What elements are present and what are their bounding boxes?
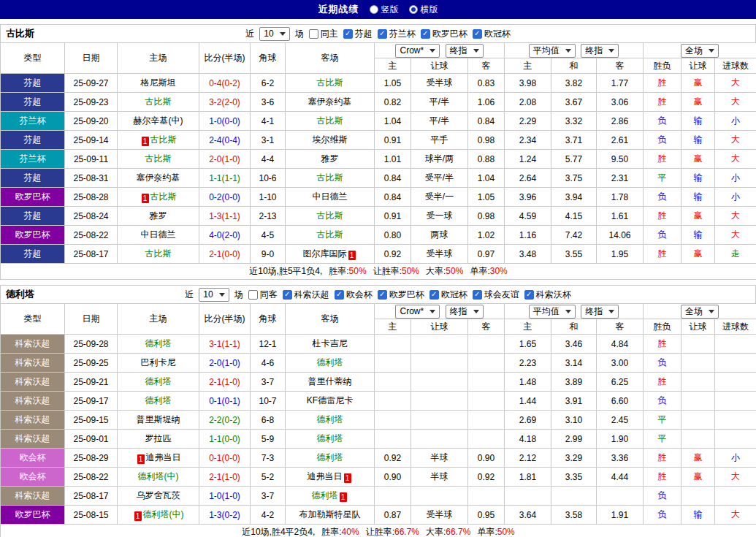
odds-away xyxy=(468,487,505,506)
corner-score: 4-4 xyxy=(251,150,286,169)
away-team-name[interactable]: 埃尔维斯 xyxy=(313,134,348,145)
average-select[interactable]: 平均值 xyxy=(529,44,576,58)
final-odds-select[interactable]: 终指 xyxy=(446,305,484,319)
table-row: 芬超25-08-17古比斯2-1(0-0)9-0图尔库国际10.92受半球0.9… xyxy=(1,245,756,264)
league-checkbox[interactable]: ✓欧会杯 xyxy=(335,289,373,301)
league-badge: 科索沃超 xyxy=(1,392,65,411)
away-team-name[interactable]: 塞伊奈约基 xyxy=(308,96,352,107)
checkbox-icon[interactable] xyxy=(248,290,258,300)
away-team-cell: 德利塔 xyxy=(286,354,375,373)
home-team-name[interactable]: 赫尔辛基(中) xyxy=(134,115,183,126)
checkbox-icon[interactable]: ✓ xyxy=(378,29,387,39)
away-team-name[interactable]: 古比斯 xyxy=(317,229,343,240)
home-team-name[interactable]: 古比斯 xyxy=(145,153,172,164)
home-team-name[interactable]: 德利塔 xyxy=(145,376,172,386)
away-team-name[interactable]: 古比斯 xyxy=(317,77,343,88)
checkbox-icon[interactable]: ✓ xyxy=(378,290,387,300)
same-venue-checkbox[interactable]: 同客 xyxy=(248,289,278,301)
home-team-name[interactable]: 塞伊奈约基 xyxy=(137,172,180,183)
league-checkbox[interactable]: ✓欧罗巴杯 xyxy=(378,289,424,301)
radio-unselected-icon[interactable] xyxy=(370,5,378,14)
layout-radio-horizontal[interactable]: 横版 xyxy=(409,4,438,16)
away-team-name[interactable]: 古比斯 xyxy=(317,172,343,183)
home-team-name[interactable]: 古比斯 xyxy=(150,134,177,145)
league-checkbox[interactable]: ✓芬超 xyxy=(343,28,373,40)
away-team-name[interactable]: 德利塔 xyxy=(312,490,338,500)
checkbox-icon[interactable]: ✓ xyxy=(343,29,353,39)
section-filter-bar: 古比斯 近10场同主✓芬超✓芬兰杯✓欧罗巴杯✓欧冠杯 xyxy=(0,24,756,42)
col-avg-home: 主 xyxy=(505,58,551,74)
final-odds-select[interactable]: 终指 xyxy=(446,44,484,58)
odds-away: 0.88 xyxy=(468,150,505,169)
away-team-name[interactable]: 德利塔 xyxy=(317,433,343,443)
league-checkbox-label: 欧罗巴杯 xyxy=(389,289,424,301)
home-team-name[interactable]: 德利塔(中) xyxy=(143,509,184,519)
avg-draw-odds: 3.46 xyxy=(551,335,597,354)
avg-final-odds-select[interactable]: 终指 xyxy=(581,44,619,58)
match-count-select[interactable]: 10 xyxy=(259,27,289,41)
home-team-name[interactable]: 迪弗当日 xyxy=(146,452,181,462)
table-row: 欧罗巴杯25-08-151德利塔(中)1-3(0-2)4-2布加勒斯特星队0.8… xyxy=(1,506,756,525)
away-team-name[interactable]: 古比斯 xyxy=(317,210,343,221)
home-team-name[interactable]: 乌罗舍瓦茨 xyxy=(137,490,180,500)
chevron-down-icon xyxy=(608,310,614,313)
home-team-name[interactable]: 普里斯堤纳 xyxy=(137,414,180,424)
home-team-name[interactable]: 德利塔 xyxy=(145,395,172,405)
checkbox-icon[interactable]: ✓ xyxy=(335,290,344,300)
avg-home-odds: 1.65 xyxy=(505,335,551,354)
scope-select[interactable]: 全场 xyxy=(681,305,719,319)
league-checkbox[interactable]: ✓科索沃杯 xyxy=(524,289,571,301)
home-team-name[interactable]: 格尼斯坦 xyxy=(141,77,176,88)
handicap-result-cell: 赢 xyxy=(681,74,715,93)
bookmaker-select-value: Crow* xyxy=(400,45,424,56)
home-team-name[interactable]: 巴利卡尼 xyxy=(141,357,176,367)
home-team-name[interactable]: 德利塔 xyxy=(145,338,172,349)
average-select[interactable]: 平均值 xyxy=(529,305,576,319)
home-team-name[interactable]: 古比斯 xyxy=(145,96,172,107)
away-team-name[interactable]: 德利塔 xyxy=(317,452,343,462)
away-team-name[interactable]: 图尔库国际 xyxy=(303,248,347,259)
league-checkbox[interactable]: ✓欧冠杯 xyxy=(473,28,511,40)
radio-selected-icon[interactable] xyxy=(409,5,418,14)
home-team-name[interactable]: 中日德兰 xyxy=(141,229,176,240)
away-team-name[interactable]: 德利塔 xyxy=(317,357,343,367)
avg-odds-group-header: 平均值 终指 xyxy=(505,304,644,319)
checkbox-icon[interactable] xyxy=(309,29,318,39)
home-team-name[interactable]: 罗拉匹 xyxy=(145,433,172,443)
away-team-name[interactable]: 布加勒斯特星队 xyxy=(299,509,361,519)
checkbox-icon[interactable]: ✓ xyxy=(473,29,482,39)
league-checkbox[interactable]: ✓芬兰杯 xyxy=(378,28,416,40)
checkbox-icon[interactable]: ✓ xyxy=(429,290,439,300)
away-team-name[interactable]: 雅罗 xyxy=(321,153,339,164)
away-team-name[interactable]: 德利塔 xyxy=(317,414,343,424)
away-team-name[interactable]: 古比斯 xyxy=(317,115,343,126)
checkbox-icon[interactable]: ✓ xyxy=(473,290,482,300)
checkbox-icon[interactable]: ✓ xyxy=(283,290,292,300)
checkbox-icon[interactable]: ✓ xyxy=(524,290,534,300)
same-venue-checkbox[interactable]: 同主 xyxy=(309,28,338,40)
home-team-name[interactable]: 古比斯 xyxy=(145,248,172,259)
away-team-name[interactable]: 杜卡吉尼 xyxy=(313,338,348,349)
bookmaker-select[interactable]: Crow* xyxy=(395,44,440,58)
away-team-name[interactable]: 中日德兰 xyxy=(313,191,348,202)
scope-select-value: 全场 xyxy=(685,305,703,318)
away-team-name[interactable]: KF德雷尼卡 xyxy=(307,395,353,405)
home-team-name[interactable]: 雅罗 xyxy=(150,210,167,221)
home-team-name[interactable]: 德利塔(中) xyxy=(138,471,179,481)
avg-final-odds-select[interactable]: 终指 xyxy=(581,305,619,319)
away-team-cell: 德利塔1 xyxy=(286,487,375,506)
league-badge: 欧会杯 xyxy=(1,468,65,487)
layout-radio-vertical[interactable]: 竖版 xyxy=(370,4,399,16)
league-checkbox[interactable]: ✓科索沃超 xyxy=(283,289,329,301)
league-checkbox[interactable]: ✓球会友谊 xyxy=(473,289,519,301)
away-team-name[interactable]: 普里什蒂纳 xyxy=(308,376,352,386)
match-count-select[interactable]: 10 xyxy=(199,288,229,302)
scope-select[interactable]: 全场 xyxy=(681,44,719,58)
league-checkbox[interactable]: ✓欧冠杯 xyxy=(429,289,467,301)
league-checkbox[interactable]: ✓欧罗巴杯 xyxy=(421,28,467,40)
away-team-name[interactable]: 迪弗当日 xyxy=(308,471,343,481)
checkbox-icon[interactable]: ✓ xyxy=(421,29,430,39)
bookmaker-select[interactable]: Crow* xyxy=(395,305,440,319)
home-team-cell: 德利塔 xyxy=(118,392,199,411)
home-team-name[interactable]: 古比斯 xyxy=(150,191,177,202)
